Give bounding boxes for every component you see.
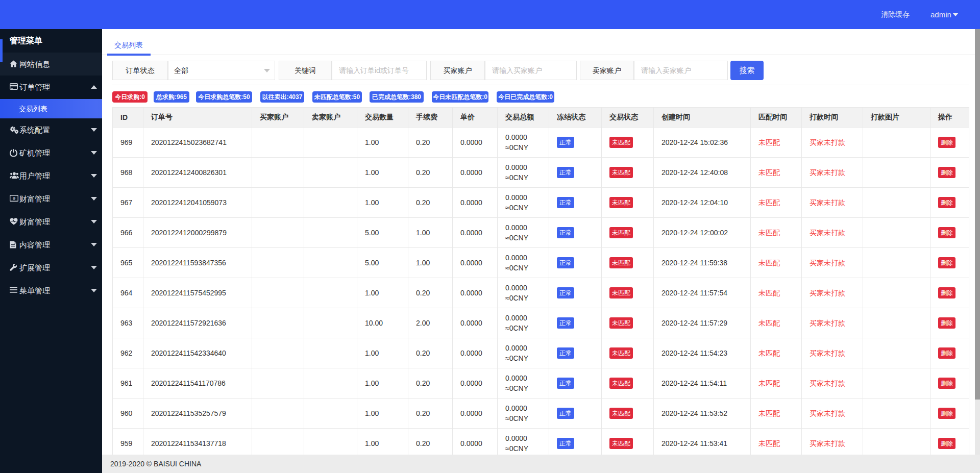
- svg-text:0: 0: [13, 196, 15, 200]
